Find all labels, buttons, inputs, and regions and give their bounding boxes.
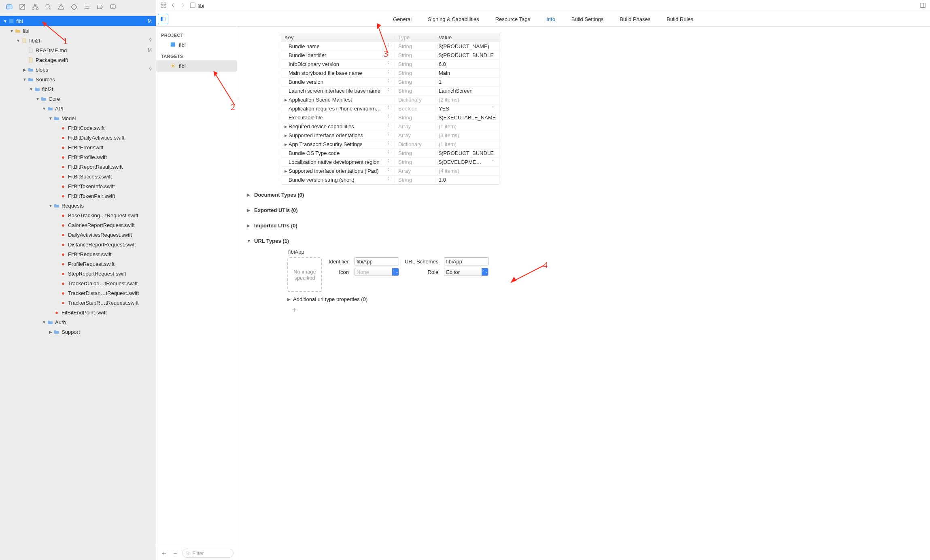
tree-row[interactable]: ▼fibi2t: [0, 84, 156, 94]
plist-row[interactable]: Main storyboard file base name˄˅StringMa…: [281, 69, 499, 78]
plist-value[interactable]: (1 item): [435, 141, 499, 147]
stepper-icon[interactable]: ˄˅: [387, 134, 393, 138]
plist-row[interactable]: ▶Supported interface orientations (iPad)…: [281, 167, 499, 176]
tree-row[interactable]: README.mdM: [0, 45, 156, 55]
tree-row[interactable]: FitBitError.swift: [0, 142, 156, 152]
plist-row[interactable]: InfoDictionary version˄˅String6.0: [281, 60, 499, 69]
tree-row[interactable]: ▼Sources: [0, 74, 156, 84]
stepper-icon[interactable]: ˄˅: [387, 62, 393, 66]
breakpoint-navigator-icon[interactable]: [96, 3, 104, 12]
disclosure-icon[interactable]: ▶: [23, 68, 27, 72]
plist-value[interactable]: $(EXECUTABLE_NAME: [435, 115, 499, 121]
disclosure-icon[interactable]: ▼: [29, 87, 33, 91]
plist-value[interactable]: $(PRODUCT_NAME): [435, 43, 499, 49]
plist-row[interactable]: Bundle version string (short)˄˅String1.0: [281, 176, 499, 185]
symbol-navigator-icon[interactable]: [32, 3, 39, 12]
url-types-section[interactable]: ▼URL Types (1): [247, 235, 927, 246]
plist-value[interactable]: LaunchScreen: [435, 88, 499, 94]
file-tree[interactable]: ▼fibiM▼fibi▼fibi2t?README.mdMPackage.swi…: [0, 15, 156, 560]
identifier-field[interactable]: fibiApp: [355, 257, 399, 265]
disclosure-icon[interactable]: ▼: [49, 204, 53, 208]
tree-row[interactable]: ▼Core: [0, 94, 156, 104]
plist-value[interactable]: (4 items): [435, 168, 499, 174]
disclosure-icon[interactable]: ▼: [10, 29, 14, 33]
tree-row[interactable]: TrackerDistan…tRequest.swift: [0, 288, 156, 298]
tree-row[interactable]: FitBitEndPoint.swift: [0, 308, 156, 317]
tab-info[interactable]: Info: [538, 13, 563, 25]
tree-row[interactable]: DailyActivitiesRequest.swift: [0, 230, 156, 240]
plist-value[interactable]: (3 items): [435, 132, 499, 138]
tree-row[interactable]: ▼API: [0, 104, 156, 113]
imported-utis-section[interactable]: ▶Imported UTIs (0): [247, 220, 927, 231]
tree-row[interactable]: TrackerCalori…tRequest.swift: [0, 278, 156, 288]
plist-row[interactable]: Bundle version˄˅String1: [281, 78, 499, 87]
disclosure-icon[interactable]: ▼: [3, 19, 7, 23]
stepper-icon[interactable]: ˄˅: [387, 160, 393, 164]
tree-row[interactable]: ▼fibi2t?: [0, 36, 156, 45]
stepper-icon[interactable]: ˄˅: [492, 106, 497, 110]
forward-icon[interactable]: [180, 2, 186, 10]
disclosure-icon[interactable]: ▼: [23, 77, 27, 82]
tree-row[interactable]: ▶Support: [0, 327, 156, 337]
debug-navigator-icon[interactable]: [83, 3, 91, 12]
tree-row[interactable]: FitBitRequest.swift: [0, 249, 156, 259]
tree-row[interactable]: ▼fibiM: [0, 16, 156, 26]
stepper-icon[interactable]: ˄˅: [387, 53, 393, 57]
tree-row[interactable]: FitBitReportResult.swift: [0, 162, 156, 172]
plist-row[interactable]: ▶Supported interface orientations˄˅Array…: [281, 131, 499, 140]
tree-row[interactable]: ▼Auth: [0, 317, 156, 327]
plist-value[interactable]: 1.0: [435, 177, 499, 183]
stepper-icon[interactable]: ˄˅: [387, 71, 393, 75]
plist-row[interactable]: Bundle name˄˅String$(PRODUCT_NAME): [281, 42, 499, 51]
tab-build-rules[interactable]: Build Rules: [658, 13, 701, 25]
url-type-icon-well[interactable]: No image specified: [287, 257, 322, 292]
plist-value[interactable]: YES˄˅: [435, 106, 499, 112]
tab-build-phases[interactable]: Build Phases: [612, 13, 658, 25]
target-item[interactable]: fibi: [156, 60, 237, 72]
related-items-icon[interactable]: [160, 2, 167, 10]
plist-row[interactable]: Launch screen interface file base name˄˅…: [281, 87, 499, 95]
icon-select[interactable]: None⌃⌄: [355, 268, 399, 276]
tree-row[interactable]: FitBitCode.swift: [0, 123, 156, 133]
stepper-icon[interactable]: ˄˅: [387, 169, 393, 173]
add-target-button[interactable]: ＋: [159, 549, 168, 558]
remove-target-button[interactable]: －: [171, 549, 180, 558]
plist-row[interactable]: Localization native development region˄˅…: [281, 158, 499, 167]
tree-row[interactable]: FitBitProfile.swift: [0, 152, 156, 162]
tab-signing-capabilities[interactable]: Signing & Capabilities: [420, 13, 487, 25]
project-navigator-icon[interactable]: [6, 3, 13, 12]
plist-value[interactable]: $(PRODUCT_BUNDLE: [435, 150, 499, 156]
stepper-icon[interactable]: ˄˅: [387, 80, 393, 84]
stepper-icon[interactable]: ˄˅: [387, 125, 393, 129]
plist-row[interactable]: ▶Application Scene ManifestDictionary(2 …: [281, 95, 499, 104]
plist-value[interactable]: $(PRODUCT_BUNDLE: [435, 52, 499, 58]
tree-row[interactable]: BaseTracking…tRequest.swift: [0, 210, 156, 220]
disclosure-icon[interactable]: ▼: [16, 38, 20, 43]
plist-row[interactable]: ▶App Transport Security Settings˄˅Dictio…: [281, 140, 499, 149]
url-schemes-field[interactable]: fibiApp: [444, 257, 488, 265]
project-item[interactable]: fibi: [156, 39, 237, 51]
test-navigator-icon[interactable]: [70, 3, 78, 12]
stepper-icon[interactable]: ˄˅: [387, 116, 393, 120]
target-filter[interactable]: Filter: [182, 549, 234, 558]
role-select[interactable]: Editor⌃⌄: [444, 268, 488, 276]
plist-value[interactable]: 6.0: [435, 61, 499, 67]
source-control-icon[interactable]: [19, 3, 26, 12]
tree-row[interactable]: ProfileRequest.swift: [0, 259, 156, 269]
disclosure-icon[interactable]: ▼: [49, 116, 53, 121]
stepper-icon[interactable]: ˄˅: [387, 89, 393, 93]
tree-row[interactable]: FitBitSuccess.swift: [0, 172, 156, 181]
breadcrumb[interactable]: fibi: [189, 2, 204, 10]
tab-resource-tags[interactable]: Resource Tags: [487, 13, 538, 25]
back-icon[interactable]: [170, 2, 176, 10]
tab-general[interactable]: General: [385, 13, 420, 25]
disclosure-icon[interactable]: ▼: [36, 97, 40, 101]
stepper-icon[interactable]: ˄˅: [387, 151, 393, 155]
disclosure-icon[interactable]: ▼: [42, 106, 46, 111]
additional-url-properties[interactable]: ▶Additional url type properties (0): [287, 296, 919, 302]
plist-value[interactable]: $(DEVELOPME…˄˅: [435, 159, 499, 165]
tree-row[interactable]: FitBitTokenInfo.swift: [0, 181, 156, 191]
find-navigator-icon[interactable]: [45, 3, 52, 12]
exported-utis-section[interactable]: ▶Exported UTIs (0): [247, 204, 927, 216]
toggle-targets-list-icon[interactable]: [158, 14, 168, 24]
